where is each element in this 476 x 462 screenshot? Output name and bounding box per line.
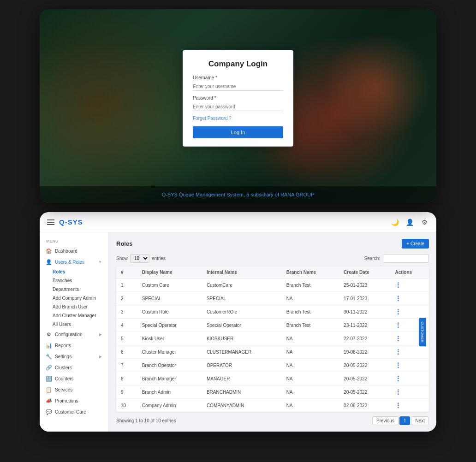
sidebar-item-clusters[interactable]: 🔗 Clusters	[40, 362, 108, 373]
cell-date: 17-01-2023	[339, 292, 390, 305]
cell-actions: ⋮	[390, 345, 429, 359]
configuration-icon: ⚙	[46, 332, 52, 337]
hamburger-menu-button[interactable]	[47, 219, 54, 225]
create-button[interactable]: + Create	[402, 239, 429, 249]
cell-num: 2	[116, 292, 137, 305]
sidebar-sub-add-cluster-manager[interactable]: Add Cluster Manager	[40, 311, 108, 320]
password-input[interactable]	[193, 103, 283, 111]
col-display-name: Display Name	[137, 267, 202, 278]
show-label: Show	[116, 256, 128, 261]
main-content-wrapper: Roles + Create Show 10 25 50 entries	[109, 232, 436, 432]
table-row: 10 Company Admin COMPANYADMIN NA 02-08-2…	[116, 399, 429, 412]
sidebar-item-customer-care[interactable]: 💬 Customer Care	[40, 406, 108, 417]
password-label: Password *	[193, 95, 283, 101]
cell-num: 5	[116, 332, 137, 345]
cell-display: Branch Manager	[137, 372, 202, 385]
sidebar-item-counters[interactable]: 🔢 Counters	[40, 373, 108, 384]
forgot-password-link[interactable]: Forget Password ?	[193, 116, 283, 121]
sidebar-sub-roles[interactable]: Roles	[40, 267, 108, 276]
sidebar-sub-add-branch-user[interactable]: Add Branch User	[40, 302, 108, 311]
username-label: Username *	[193, 75, 283, 80]
user-profile-icon[interactable]: 👤	[405, 218, 414, 227]
sidebar-label-dashboard: Dashboard	[55, 249, 77, 254]
login-card: Company Login Username * Password * Forg…	[40, 9, 436, 203]
table-row: 8 Branch Manager MANAGER NA 20-05-2022 ⋮	[116, 372, 429, 385]
sidebar-item-reports[interactable]: 📊 Reports	[40, 340, 108, 351]
cell-date: 02-08-2022	[339, 399, 390, 412]
prev-page-button[interactable]: Previous	[372, 416, 399, 425]
services-icon: 📋	[46, 387, 52, 392]
username-group: Username *	[193, 75, 283, 91]
cell-actions: ⋮	[390, 372, 429, 385]
col-create-date: Create Date	[339, 267, 390, 278]
sidebar-sub-add-company-admin[interactable]: Add Company Admin	[40, 294, 108, 302]
page-1-button[interactable]: 1	[399, 416, 411, 425]
action-menu-icon[interactable]: ⋮	[395, 321, 401, 329]
sidebar-label-customer-care: Customer Care	[55, 409, 86, 415]
cell-internal: OPERATOR	[202, 359, 282, 372]
footer-text: Q-SYS Queue Management System, a subsidi…	[162, 192, 315, 197]
cell-num: 4	[116, 319, 137, 332]
cell-internal: KIOSKUSER	[202, 332, 282, 345]
login-button[interactable]: Log In	[193, 126, 283, 138]
cell-internal: SPECIAL	[202, 292, 282, 305]
table-footer: Showing 1 to 10 of 10 entries Previous 1…	[116, 416, 429, 425]
search-box: Search:	[364, 254, 429, 263]
cell-branch: NA	[282, 385, 339, 399]
page-header: Roles + Create	[116, 239, 429, 249]
sidebar-item-users-roles[interactable]: 👤 Users & Roles ▼	[40, 256, 108, 267]
col-actions: Actions	[390, 267, 429, 278]
cell-display: Branch Operator	[137, 359, 202, 372]
sidebar-label-clusters: Clusters	[55, 365, 72, 370]
action-menu-icon[interactable]: ⋮	[395, 388, 401, 396]
login-form: Company Login Username * Password * Forg…	[183, 50, 293, 147]
cell-internal: CustomCare	[202, 278, 282, 292]
next-page-button[interactable]: Next	[411, 416, 429, 425]
password-group: Password *	[193, 95, 283, 111]
sidebar-sub-branches[interactable]: Branches	[40, 276, 108, 285]
table-row: 3 Custom Role CustomerROle Branch Test 3…	[116, 305, 429, 319]
settings-icon[interactable]: ⚙	[420, 218, 429, 227]
sidebar-sub-all-users[interactable]: All Users	[40, 320, 108, 329]
settings-sidebar-icon: 🔧	[46, 354, 52, 359]
cell-actions: ⋮	[390, 305, 429, 319]
action-menu-icon[interactable]: ⋮	[395, 402, 401, 409]
action-menu-icon[interactable]: ⋮	[395, 281, 401, 289]
customer-feedback-tab[interactable]: CUSTOMER	[419, 318, 426, 346]
sidebar-item-settings[interactable]: 🔧 Settings ▶	[40, 351, 108, 362]
cell-actions: ⋮	[390, 278, 429, 292]
col-num: #	[116, 267, 137, 278]
entries-select[interactable]: 10 25 50	[130, 254, 149, 263]
sidebar-label-configuration: Configuration	[55, 332, 82, 337]
action-menu-icon[interactable]: ⋮	[395, 335, 401, 342]
action-menu-icon[interactable]: ⋮	[395, 375, 401, 382]
cell-num: 6	[116, 345, 137, 359]
username-input[interactable]	[193, 83, 283, 91]
showing-text: Showing 1 to 10 of 10 entries	[116, 418, 176, 423]
search-input[interactable]	[383, 254, 429, 263]
sidebar-item-dashboard[interactable]: 🏠 Dashboard	[40, 245, 108, 256]
action-menu-icon[interactable]: ⋮	[395, 348, 401, 355]
action-menu-icon[interactable]: ⋮	[395, 361, 401, 369]
sidebar-label-counters: Counters	[55, 376, 74, 381]
header-left: Q-SYS	[47, 218, 83, 226]
table-row: 5 Kiosk User KIOSKUSER NA 22-07-2022 ⋮	[116, 332, 429, 345]
theme-toggle-icon[interactable]: 🌙	[390, 218, 399, 227]
action-menu-icon[interactable]: ⋮	[395, 308, 401, 315]
cell-actions: ⋮	[390, 399, 429, 412]
action-menu-icon[interactable]: ⋮	[395, 295, 401, 302]
sidebar-item-configuration[interactable]: ⚙ Configuration ▶	[40, 329, 108, 340]
cell-date: 25-01-2023	[339, 278, 390, 292]
cell-internal: Special Operator	[202, 319, 282, 332]
sidebar-item-services[interactable]: 📋 Services	[40, 384, 108, 395]
brand-logo: Q-SYS	[59, 218, 83, 226]
sidebar-sub-departments[interactable]: Departments	[40, 285, 108, 294]
sidebar-item-promotions[interactable]: 📣 Promotions	[40, 395, 108, 406]
chevron-right-icon: ▶	[99, 332, 102, 337]
show-entries-control: Show 10 25 50 entries	[116, 254, 166, 263]
customer-care-icon: 💬	[46, 409, 52, 415]
cell-display: Company Admin	[137, 399, 202, 412]
sidebar-label-promotions: Promotions	[55, 398, 78, 403]
menu-section-label: Menu	[40, 237, 108, 245]
roles-table: # Display Name Internal Name Branch Name…	[116, 267, 429, 412]
